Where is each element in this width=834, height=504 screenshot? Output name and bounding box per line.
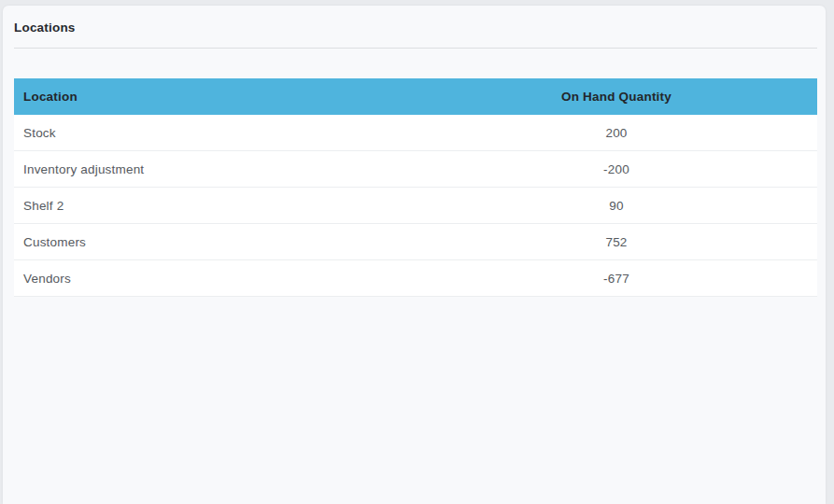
location-cell: Vendors [14, 272, 416, 286]
column-header-on-hand-quantity: On Hand Quantity [416, 90, 817, 104]
on-hand-quantity-cell: 200 [416, 126, 817, 140]
table-row: Stock 200 [14, 115, 817, 151]
panel-title: Locations [14, 6, 817, 48]
location-cell: Customers [14, 235, 416, 249]
locations-panel: Locations Location On Hand Quantity Stoc… [3, 6, 826, 504]
page-background: Locations Location On Hand Quantity Stoc… [0, 0, 834, 504]
on-hand-quantity-cell: -200 [416, 162, 817, 176]
on-hand-quantity-cell: -677 [416, 272, 817, 286]
title-divider [14, 48, 817, 49]
table-row: Inventory adjustment -200 [14, 151, 817, 188]
on-hand-quantity-cell: 90 [416, 199, 817, 213]
table-row: Shelf 2 90 [14, 188, 817, 224]
column-header-location: Location [14, 90, 416, 104]
locations-table: Location On Hand Quantity Stock 200 Inve… [14, 78, 817, 297]
table-row: Vendors -677 [14, 260, 817, 297]
table-row: Customers 752 [14, 224, 817, 260]
location-cell: Shelf 2 [14, 199, 416, 213]
table-header-row: Location On Hand Quantity [14, 78, 817, 115]
location-cell: Inventory adjustment [14, 162, 416, 176]
on-hand-quantity-cell: 752 [416, 235, 817, 249]
location-cell: Stock [14, 126, 416, 140]
